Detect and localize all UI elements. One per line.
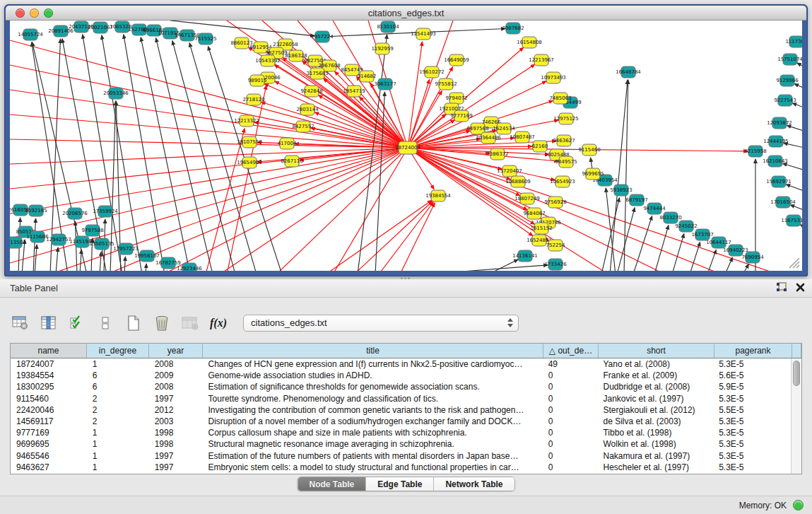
network-canvas[interactable]: 1405572420891406204371492002106710653287… xyxy=(10,21,802,271)
graph-node[interactable]: 10807487 xyxy=(510,132,535,143)
table-cell[interactable]: 5.3E-5 xyxy=(713,393,791,404)
table-cell[interactable]: 2012 xyxy=(149,404,203,416)
table-cell[interactable]: 9699695 xyxy=(11,438,87,450)
table-row[interactable]: 1456911722003Disruption of a novel membe… xyxy=(11,416,791,427)
graph-node[interactable]: 11675311 xyxy=(781,215,802,226)
graph-node[interactable]: 17016504 xyxy=(770,197,796,208)
graph-node[interactable]: 8130104 xyxy=(377,21,399,33)
graph-node[interactable]: 9245022 xyxy=(675,221,697,232)
table-cell[interactable]: 22420046 xyxy=(11,404,87,416)
graph-node[interactable]: 2087682 xyxy=(502,23,524,34)
graph-node[interactable]: 18724007 xyxy=(395,141,420,154)
table-cell[interactable]: 2 xyxy=(87,416,149,427)
new-document-button[interactable] xyxy=(123,313,144,333)
column-header-pagerank[interactable]: pagerank xyxy=(714,344,792,358)
show-columns-button[interactable] xyxy=(38,313,59,333)
graph-node[interactable]: 752254 xyxy=(546,240,565,251)
graph-node[interactable]: 16648784 xyxy=(616,66,641,78)
table-row[interactable]: 1830029562008Estimation of significance … xyxy=(11,381,791,392)
table-cell[interactable]: Disruption of a novel member of a sodium… xyxy=(203,416,543,427)
tab-network-table[interactable]: Network Table xyxy=(434,477,514,491)
table-cell[interactable]: 2009 xyxy=(149,370,203,381)
graph-node[interactable]: 8427552 xyxy=(292,121,314,132)
table-cell[interactable]: 9115460 xyxy=(11,393,87,404)
network-graph[interactable]: 1405572420891406204371492002106710653287… xyxy=(10,21,802,271)
graph-node[interactable]: 1117304 xyxy=(785,36,802,47)
graph-node[interactable]: 20206576 xyxy=(62,208,88,219)
graph-node[interactable]: 9755812 xyxy=(435,78,457,90)
graph-node[interactable]: 10644117 xyxy=(706,237,731,248)
graph-node[interactable]: 8033270 xyxy=(659,212,681,223)
tab-node-table[interactable]: Node Table xyxy=(298,477,366,491)
table-cell[interactable]: 1 xyxy=(87,462,149,473)
table-select-dropdown[interactable]: citations_edges.txt xyxy=(243,315,519,332)
graph-node[interactable]: 9227543 xyxy=(774,95,796,106)
graph-node[interactable]: 1673707 xyxy=(691,229,713,240)
table-cell[interactable]: 0 xyxy=(543,416,598,427)
column-header-in_degree[interactable]: in_degree xyxy=(87,344,149,358)
graph-node[interactable]: 19384554 xyxy=(425,190,451,201)
table-cell[interactable]: 49 xyxy=(543,358,598,370)
column-header-name[interactable]: name xyxy=(11,344,87,358)
table-row[interactable]: 969969511998Structural magnetic resonanc… xyxy=(11,438,791,450)
tab-edge-table[interactable]: Edge Table xyxy=(366,477,434,491)
table-cell[interactable]: 5.9E-5 xyxy=(713,381,791,392)
graph-node[interactable]: 9463627 xyxy=(553,135,575,146)
table-cell[interactable]: 5.3E-5 xyxy=(713,358,791,370)
graph-node[interactable]: 5938923 xyxy=(610,185,632,196)
graph-node[interactable]: 2803144 xyxy=(296,104,319,115)
table-vertical-scrollbar[interactable] xyxy=(791,358,801,474)
table-cell[interactable]: 0 xyxy=(543,381,598,392)
delete-trash-button[interactable] xyxy=(151,313,172,333)
graph-node[interactable]: 914682 xyxy=(358,71,377,82)
graph-node[interactable]: 9756928 xyxy=(544,197,566,208)
column-header-out_de[interactable]: △ out_de… xyxy=(543,344,599,358)
table-row[interactable]: 911546021997Tourette syndrome. Phenomeno… xyxy=(11,393,791,404)
table-cell[interactable]: 2003 xyxy=(149,416,203,427)
graph-node[interactable]: 19610272 xyxy=(419,66,445,78)
table-cell[interactable]: 2008 xyxy=(149,381,203,392)
graph-node[interactable]: 8267110 xyxy=(281,156,302,167)
table-cell[interactable]: Tibbo et al. (1998) xyxy=(597,427,713,438)
table-row[interactable]: 1872400712008Changes of HCN gene express… xyxy=(11,358,791,370)
table-cell[interactable]: 18724007 xyxy=(11,358,87,370)
graph-node[interactable]: 12541493 xyxy=(411,28,436,40)
column-header-year[interactable]: year xyxy=(149,344,203,358)
graph-node[interactable]: 9115460 xyxy=(578,144,600,156)
graph-node[interactable]: 12213322 xyxy=(234,115,259,127)
table-cell[interactable]: 0 xyxy=(543,438,598,450)
table-cell[interactable]: Franke et al. (2009) xyxy=(597,370,713,381)
table-cell[interactable]: 1998 xyxy=(149,438,203,450)
function-builder-button[interactable]: f(x) xyxy=(208,313,229,333)
graph-node[interactable]: 9474444 xyxy=(643,203,666,214)
window-titlebar[interactable]: citations_edges.txt xyxy=(6,6,806,21)
table-cell[interactable]: 2 xyxy=(87,393,149,404)
table-cell[interactable]: 0 xyxy=(543,462,598,473)
graph-node[interactable]: 9797588 xyxy=(81,225,103,236)
table-cell[interactable]: Structural magnetic resonance image aver… xyxy=(203,438,543,450)
column-header-short[interactable]: short xyxy=(599,344,714,358)
table-cell[interactable]: 0 xyxy=(543,404,598,416)
graph-node[interactable]: 3063177 xyxy=(374,78,396,90)
graph-node[interactable]: 12213967 xyxy=(529,54,554,66)
table-cell[interactable]: 1 xyxy=(87,438,149,450)
table-cell[interactable]: Changes of HCN gene expression and I(f) … xyxy=(203,358,543,370)
graph-node[interactable]: 17359924 xyxy=(93,206,118,217)
table-row[interactable]: 977716911998Corpus callosum shape and si… xyxy=(11,427,791,438)
table-cell[interactable]: 5.6E-5 xyxy=(713,370,791,381)
graph-node[interactable]: 62160 xyxy=(532,141,548,152)
graph-node[interactable]: 15720407 xyxy=(497,165,522,177)
graph-node[interactable]: 1733426 xyxy=(544,259,567,270)
graph-node[interactable]: 3913503 xyxy=(10,237,26,248)
graph-node[interactable]: 16210643 xyxy=(763,156,788,167)
table-cell[interactable]: 1997 xyxy=(149,393,203,404)
table-cell[interactable]: 9465546 xyxy=(11,450,87,462)
graph-node[interactable]: 8215958 xyxy=(744,146,766,157)
table-cell[interactable]: Tourette syndrome. Phenomenology and cla… xyxy=(203,393,543,404)
table-cell[interactable]: Investigating the contribution of common… xyxy=(203,404,543,416)
table-row[interactable]: 2242004622012Investigating the contribut… xyxy=(11,404,791,416)
graph-node[interactable]: 9794072 xyxy=(445,93,467,104)
table-cell[interactable]: 1998 xyxy=(149,427,203,438)
table-cell[interactable]: Jankovic et al. (1997) xyxy=(597,393,713,404)
table-cell[interactable]: Estimation of the future numbers of pati… xyxy=(203,450,543,462)
